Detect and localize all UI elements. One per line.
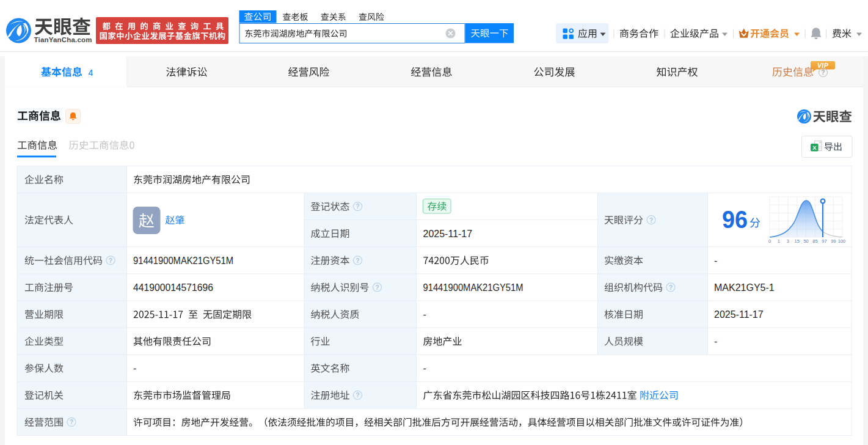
- svg-text:0: 0: [768, 238, 771, 244]
- svg-text:TianYanCha.com: TianYanCha.com: [34, 36, 92, 43]
- svg-text:85: 85: [812, 238, 817, 244]
- svg-text:-: -: [133, 363, 136, 373]
- svg-text:?: ?: [109, 257, 112, 264]
- svg-text:?: ?: [356, 257, 359, 264]
- svg-text:-: -: [423, 363, 426, 373]
- svg-text:15: 15: [795, 238, 800, 244]
- svg-text:X: X: [812, 144, 817, 151]
- svg-text:96: 96: [722, 206, 748, 233]
- svg-text:4: 4: [89, 68, 93, 78]
- svg-text:2025-11-17: 2025-11-17: [423, 229, 473, 239]
- svg-text:?: ?: [375, 284, 379, 291]
- svg-text:?: ?: [821, 68, 825, 76]
- svg-text:?: ?: [356, 391, 359, 399]
- svg-text:91441900MAK21GY51M: 91441900MAK21GY51M: [423, 282, 523, 293]
- svg-text:-: -: [714, 256, 717, 266]
- svg-text:441900014571696: 441900014571696: [133, 282, 213, 293]
- svg-text:MAK21GY5-1: MAK21GY5-1: [714, 282, 775, 293]
- svg-text:97: 97: [822, 238, 826, 244]
- svg-text:2025-11-17: 2025-11-17: [714, 309, 764, 320]
- svg-text:91441900MAK21GY51M: 91441900MAK21GY51M: [133, 256, 233, 266]
- svg-text:?: ?: [70, 418, 73, 425]
- svg-text:VIP: VIP: [817, 62, 829, 69]
- svg-text:50: 50: [803, 238, 808, 244]
- svg-text:3: 3: [787, 238, 789, 244]
- svg-text:-: -: [714, 336, 717, 347]
- svg-text:-: -: [423, 309, 426, 320]
- svg-text:?: ?: [669, 284, 673, 291]
- svg-text:1: 1: [778, 238, 780, 244]
- svg-text:100: 100: [838, 238, 846, 244]
- svg-text:99: 99: [831, 238, 836, 244]
- svg-text:?: ?: [649, 216, 653, 224]
- svg-text:?: ?: [356, 202, 359, 210]
